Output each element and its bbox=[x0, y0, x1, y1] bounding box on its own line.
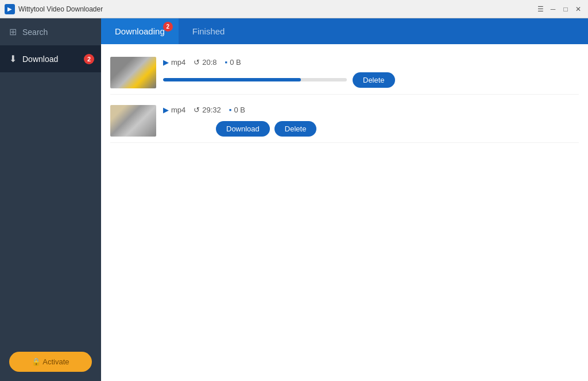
download-item-1: ▶ mp4 ↺ 20:8 ▪ 0 B bbox=[110, 51, 579, 95]
sidebar-item-download[interactable]: ⬇ Download 2 bbox=[0, 45, 101, 72]
play-icon-1: ▶ bbox=[163, 58, 169, 67]
download-button-2[interactable]: Download bbox=[216, 121, 270, 137]
menu-button[interactable]: ☰ bbox=[535, 4, 546, 14]
size-tag-1: ▪ 0 B bbox=[225, 58, 241, 67]
item-meta-2: ▶ mp4 ↺ 29:32 ▪ 0 B bbox=[163, 106, 579, 114]
item-top-2: ▶ mp4 ↺ 29:32 ▪ 0 B bbox=[110, 105, 579, 137]
item-info-2: ▶ mp4 ↺ 29:32 ▪ 0 B bbox=[163, 106, 579, 137]
format-label-1: mp4 bbox=[171, 58, 185, 67]
close-button[interactable]: ✕ bbox=[573, 4, 583, 14]
duration-tag-1: ↺ 20:8 bbox=[194, 58, 216, 67]
app-icon: ▶ bbox=[5, 4, 15, 14]
format-label-2: mp4 bbox=[171, 106, 185, 114]
search-icon: ⊞ bbox=[9, 26, 17, 37]
main-content: Downloading 2 Finished ▶ mp4 bbox=[101, 18, 588, 381]
size-tag-2: ▪ 0 B bbox=[229, 106, 245, 114]
format-tag-2: ▶ mp4 bbox=[163, 106, 185, 114]
download-icon: ⬇ bbox=[9, 53, 17, 64]
sidebar-item-search-label: Search bbox=[22, 28, 48, 37]
app-title: Wittytool Video Downloader bbox=[18, 5, 535, 13]
size-icon-2: ▪ bbox=[229, 106, 232, 114]
download-badge: 2 bbox=[84, 54, 94, 64]
delete-button-2[interactable]: Delete bbox=[274, 121, 317, 137]
maximize-button[interactable]: □ bbox=[560, 4, 571, 14]
tab-bar: Downloading 2 Finished bbox=[101, 18, 588, 44]
sidebar-item-download-label: Download bbox=[22, 55, 58, 64]
duration-label-2: 29:32 bbox=[202, 106, 221, 114]
sidebar-bottom: 🔒 Activate bbox=[0, 343, 101, 381]
progress-row-1: Delete bbox=[163, 72, 579, 88]
clock-icon-1: ↺ bbox=[194, 58, 200, 67]
download-item-2: ▶ mp4 ↺ 29:32 ▪ 0 B bbox=[110, 99, 579, 143]
play-icon-2: ▶ bbox=[163, 106, 169, 114]
thumbnail-1 bbox=[110, 57, 156, 88]
duration-tag-2: ↺ 29:32 bbox=[194, 106, 221, 114]
window-controls: ☰ ─ □ ✕ bbox=[535, 4, 583, 14]
tab-finished[interactable]: Finished bbox=[179, 18, 239, 44]
delete-button-1[interactable]: Delete bbox=[353, 72, 395, 88]
item-info-1: ▶ mp4 ↺ 20:8 ▪ 0 B bbox=[163, 58, 579, 88]
size-label-1: 0 B bbox=[230, 58, 241, 67]
download-list: ▶ mp4 ↺ 20:8 ▪ 0 B bbox=[101, 44, 588, 381]
size-icon-1: ▪ bbox=[225, 58, 228, 67]
sidebar: ⊞ Search ⬇ Download 2 🔒 Activate bbox=[0, 18, 101, 381]
minimize-button[interactable]: ─ bbox=[548, 4, 558, 14]
titlebar: ▶ Wittytool Video Downloader ☰ ─ □ ✕ bbox=[0, 0, 588, 18]
clock-icon-2: ↺ bbox=[194, 106, 200, 114]
progress-bar-bg-1 bbox=[163, 78, 347, 81]
tab-downloading[interactable]: Downloading 2 bbox=[101, 18, 179, 44]
duration-label-1: 20:8 bbox=[202, 58, 216, 67]
progress-bar-fill-1 bbox=[163, 78, 301, 81]
item-actions-2: Download Delete bbox=[216, 121, 579, 137]
activate-button[interactable]: 🔒 Activate bbox=[9, 352, 92, 372]
thumbnail-2 bbox=[110, 105, 156, 137]
size-label-2: 0 B bbox=[234, 106, 245, 114]
item-top-1: ▶ mp4 ↺ 20:8 ▪ 0 B bbox=[110, 57, 579, 88]
item-meta-1: ▶ mp4 ↺ 20:8 ▪ 0 B bbox=[163, 58, 579, 67]
sidebar-item-search[interactable]: ⊞ Search bbox=[0, 18, 101, 45]
app-body: ⊞ Search ⬇ Download 2 🔒 Activate Downloa… bbox=[0, 18, 588, 381]
downloading-badge: 2 bbox=[163, 22, 173, 32]
format-tag-1: ▶ mp4 bbox=[163, 58, 185, 67]
